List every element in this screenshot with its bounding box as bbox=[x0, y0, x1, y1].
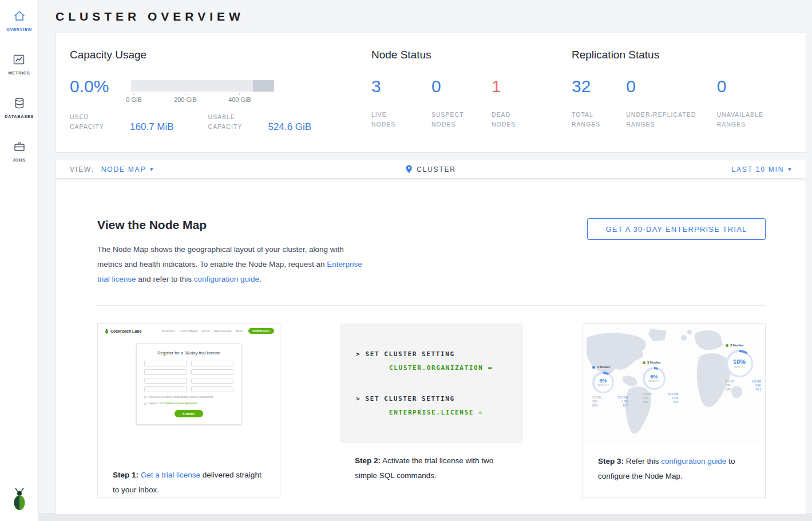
form-checkbox-row: I would like to receive email updates ab… bbox=[144, 396, 233, 398]
capacity-gauge-used-segment bbox=[253, 80, 275, 92]
sidebar-item-databases[interactable]: DATABASES bbox=[5, 96, 34, 119]
usable-capacity-value: 524.6 GiB bbox=[268, 122, 312, 132]
dead-nodes-label: DEAD NODES bbox=[492, 110, 537, 129]
view-selector-value: NODE MAP bbox=[101, 165, 146, 173]
divider bbox=[97, 305, 766, 306]
capacity-usage-title: Capacity Usage bbox=[70, 48, 371, 62]
form-field bbox=[144, 361, 187, 366]
form-title: Register for a 30-day trial license bbox=[144, 350, 233, 356]
unavailable-ranges-stat: 0 UNAVAILABLE RANGES bbox=[717, 78, 792, 129]
cockroach-bug-icon bbox=[105, 329, 109, 334]
map-breadcrumb: CLUSTER bbox=[406, 160, 456, 178]
mini-site-brand: Cockroach Labs bbox=[105, 329, 141, 334]
used-capacity-label: USED CAPACITY bbox=[70, 112, 113, 132]
node-status-title: Node Status bbox=[371, 48, 572, 62]
form-field bbox=[144, 369, 187, 375]
node-status-section: Node Status 3 LIVE NODES 0 SUSPECT NODES… bbox=[371, 48, 572, 152]
locality-dot-icon bbox=[643, 361, 645, 364]
app-root: OVERVIEW METRICS DATABASES bbox=[0, 0, 812, 521]
map-marker-region: 3 Nodes 10% CAPACITY 3.6 GiB160 GiB CP bbox=[726, 344, 761, 392]
capacity-gauge-bar bbox=[131, 80, 274, 92]
step-2-caption: Step 2: Activate the trial license with … bbox=[340, 443, 523, 498]
suspect-nodes-label: SUSPECT NODES bbox=[431, 110, 477, 129]
home-icon bbox=[13, 9, 26, 23]
unavailable-ranges-value: 0 bbox=[717, 78, 792, 95]
view-selector-dropdown[interactable]: NODE MAP ▾ bbox=[101, 165, 154, 173]
map-marker-region: 3 Nodes 6% CAPACITY 3.2 GiB53.2 GiB CP bbox=[643, 361, 678, 404]
description-text: The Node Map shows the geographical layo… bbox=[97, 245, 344, 269]
step-3-caption: Step 3: Refer this configuration guide t… bbox=[583, 444, 765, 498]
replication-status-section: Replication Status 32 TOTAL RANGES 0 UND… bbox=[572, 48, 792, 152]
unavailable-ranges-label: UNAVAILABLE RANGES bbox=[717, 110, 792, 129]
sidebar-item-jobs[interactable]: JOBS bbox=[13, 140, 26, 163]
page-title: CLUSTER OVERVIEW bbox=[56, 9, 806, 24]
time-range-dropdown[interactable]: LAST 10 MIN ▾ bbox=[732, 165, 792, 173]
code-line: > SET CLUSTER SETTING bbox=[356, 392, 523, 406]
usable-capacity-stat: USABLE CAPACITY 524.6 GiB bbox=[208, 112, 312, 132]
form-field bbox=[191, 361, 234, 366]
used-capacity-value: 160.7 MiB bbox=[130, 122, 174, 132]
configuration-guide-link[interactable]: configuration guide bbox=[194, 275, 259, 283]
node-map-intro: View the Node Map The Node Map shows the… bbox=[97, 218, 366, 287]
view-bar: VIEW: NODE MAP ▾ CLUSTER LAST 10 MIN ▾ bbox=[56, 160, 806, 179]
description-text: and refer to this bbox=[136, 275, 194, 283]
live-nodes-label: LIVE NODES bbox=[371, 110, 417, 129]
get-trial-license-link[interactable]: Get a trial license bbox=[141, 471, 200, 479]
databases-icon bbox=[13, 96, 26, 110]
form-field bbox=[144, 386, 187, 392]
view-label: VIEW: bbox=[70, 165, 94, 173]
used-capacity-stat: USED CAPACITY 160.7 MiB bbox=[70, 112, 174, 132]
under-replicated-ranges-label: UNDER-REPLICATED RANGES bbox=[626, 110, 712, 129]
sidebar-item-label: JOBS bbox=[13, 157, 26, 163]
gauge-tick-label: 0 GiB bbox=[126, 96, 142, 103]
live-nodes-stat: 3 LIVE NODES bbox=[371, 78, 431, 129]
cluster-breadcrumb-label: CLUSTER bbox=[417, 165, 456, 173]
sidebar-item-metrics[interactable]: METRICS bbox=[9, 53, 30, 76]
step-3-card: 3 Nodes 9% CAPACITY 3.2 GiB53.2 GiB CP bbox=[583, 323, 766, 498]
trial-registration-form: Register for a 30-day trial license bbox=[136, 344, 241, 425]
capacity-gauge: 0 GiB 200 GiB 400 GiB bbox=[131, 80, 274, 105]
form-field bbox=[191, 378, 234, 384]
replication-status-title: Replication Status bbox=[572, 48, 792, 62]
form-field bbox=[144, 378, 187, 384]
sidebar-item-overview[interactable]: OVERVIEW bbox=[6, 9, 32, 32]
metrics-icon bbox=[12, 53, 26, 66]
node-map-title: View the Node Map bbox=[97, 218, 366, 232]
total-ranges-value: 32 bbox=[572, 78, 626, 95]
jobs-icon bbox=[13, 140, 26, 153]
sidebar-item-label: OVERVIEW bbox=[6, 27, 32, 32]
map-marker-region: 3 Nodes 9% CAPACITY 3.2 GiB53.2 GiB CP bbox=[592, 365, 628, 408]
dead-nodes-stat: 1 DEAD NODES bbox=[492, 78, 552, 129]
sidebar-item-label: METRICS bbox=[9, 70, 30, 76]
usable-capacity-label: USABLE CAPACITY bbox=[208, 112, 251, 132]
chevron-down-icon: ▾ bbox=[150, 166, 154, 172]
dead-nodes-value: 1 bbox=[492, 78, 552, 95]
cockroach-bug-logo bbox=[10, 487, 29, 514]
mini-site-nav-links: PRODUCT CUSTOMERS DOCS RESOURCES BLOG bbox=[162, 330, 244, 333]
form-field bbox=[191, 386, 234, 392]
cluster-summary-card: Capacity Usage 0.0% 0 GiB 200 GiB 400 Gi… bbox=[56, 33, 806, 153]
configuration-guide-link[interactable]: configuration guide bbox=[661, 457, 726, 465]
mini-site-download-button: DOWNLOAD bbox=[248, 328, 274, 334]
locality-dot-icon bbox=[592, 366, 595, 369]
checkbox-icon bbox=[144, 402, 146, 405]
enterprise-trial-button[interactable]: GET A 30-DAY ENTERPRISE TRIAL bbox=[587, 218, 766, 240]
mini-site-navbar: Cockroach Labs PRODUCT CUSTOMERS DOCS RE… bbox=[98, 324, 280, 338]
code-line: CLUSTER.ORGANIZATION = bbox=[356, 361, 523, 375]
capacity-donut: 6% CAPACITY bbox=[643, 367, 666, 390]
main-content: CLUSTER OVERVIEW Capacity Usage 0.0% 0 G… bbox=[39, 0, 812, 513]
location-pin-icon bbox=[406, 165, 412, 173]
total-ranges-label: TOTAL RANGES bbox=[572, 110, 626, 129]
capacity-donut: 10% CAPACITY bbox=[726, 350, 753, 377]
chevron-down-icon: ▾ bbox=[788, 166, 792, 172]
capacity-usage-section: Capacity Usage 0.0% 0 GiB 200 GiB 400 Gi… bbox=[70, 48, 371, 152]
node-map-panel: View the Node Map The Node Map shows the… bbox=[56, 180, 806, 515]
step-1-caption: Step 1: Get a trial license delivered st… bbox=[98, 457, 280, 498]
locality-dot-icon bbox=[726, 344, 728, 347]
suspect-nodes-stat: 0 SUSPECT NODES bbox=[431, 78, 492, 129]
under-replicated-ranges-value: 0 bbox=[626, 78, 716, 95]
checkbox-icon bbox=[144, 396, 146, 398]
form-field bbox=[191, 369, 234, 375]
node-map-preview: 3 Nodes 9% CAPACITY 3.2 GiB53.2 GiB CP bbox=[583, 324, 765, 444]
time-range-value: LAST 10 MIN bbox=[732, 165, 785, 173]
